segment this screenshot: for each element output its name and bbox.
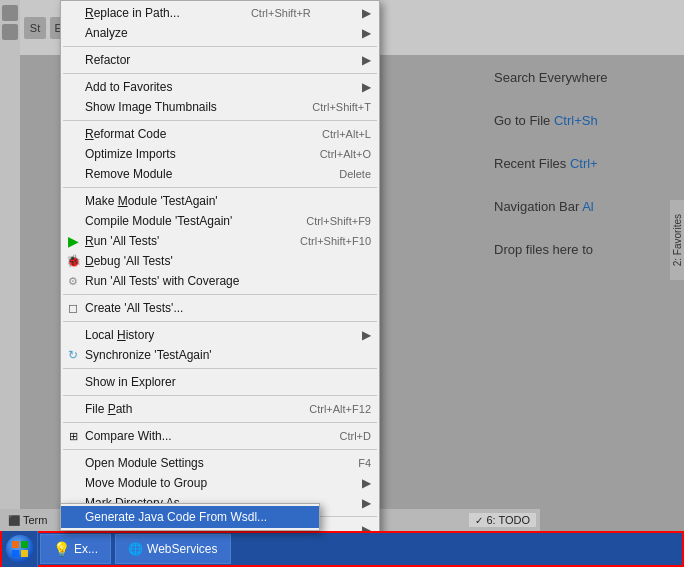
menu-item-create-all-tests[interactable]: ◻ Create 'All Tests'... (61, 298, 379, 318)
terminal-icon: ⬛ (8, 515, 20, 526)
favorites-label: 2: Favorites (672, 214, 683, 266)
menu-item-label: Add to Favorites (85, 80, 172, 94)
menu-item-label: Compile Module 'TestAgain' (85, 214, 232, 228)
menu-item-debug-all-tests[interactable]: 🐞 Debug 'All Tests' (61, 251, 379, 271)
shortcut-run-all-tests: Ctrl+Shift+F10 (280, 235, 371, 247)
arrow-icon: ▶ (362, 328, 371, 342)
windows-orb[interactable] (6, 535, 34, 563)
menu-item-label: Run 'All Tests' (85, 234, 159, 248)
menu-separator (63, 395, 377, 396)
menu-item-local-history[interactable]: Local History ▶ (61, 325, 379, 345)
taskbar-item-ide[interactable]: 💡 Ex... (40, 534, 111, 564)
recent-files-hint: Recent Files Ctrl+ (494, 156, 674, 171)
run-icon: ▶ (65, 233, 81, 249)
menu-item-label: Analyze (85, 26, 128, 40)
menu-separator (63, 368, 377, 369)
shortcut-compare-with: Ctrl+D (320, 430, 371, 442)
menu-item-analyze[interactable]: Analyze ▶ (61, 23, 379, 43)
menu-item-show-in-explorer[interactable]: Show in Explorer (61, 372, 379, 392)
shortcut-optimize-imports: Ctrl+Alt+O (300, 148, 371, 160)
debug-icon: 🐞 (65, 253, 81, 269)
terminal-button[interactable]: ⬛ Term (4, 513, 51, 527)
toolbar-icon-1[interactable]: St (24, 17, 46, 39)
shortcut-open-module-settings: F4 (338, 457, 371, 469)
todo-container: ✓ 6: TODO (469, 513, 536, 527)
menu-item-label: Show Image Thumbnails (85, 100, 217, 114)
taskbar-ws-icon: 🌐 (128, 542, 143, 556)
menu-separator (63, 187, 377, 188)
submenu-item-generate-java[interactable]: Generate Java Code From Wsdl... (61, 506, 319, 528)
menu-item-label: Remove Module (85, 167, 172, 181)
menu-item-refactor[interactable]: Refactor ▶ (61, 50, 379, 70)
menu-item-label: Replace in Path... (85, 6, 180, 20)
taskbar: 💡 Ex... 🌐 WebServices (0, 531, 684, 567)
arrow-icon: ▶ (362, 53, 371, 67)
svg-rect-0 (12, 541, 19, 548)
right-panel: Search Everywhere Go to File Ctrl+Sh Rec… (484, 60, 684, 267)
menu-item-label: Move Module to Group (85, 476, 207, 490)
menu-item-remove-module[interactable]: Remove Module Delete (61, 164, 379, 184)
menu-item-label: Synchronize 'TestAgain' (85, 348, 212, 362)
menu-item-label: Show in Explorer (85, 375, 176, 389)
windows-logo-icon (11, 540, 29, 558)
svg-rect-3 (21, 550, 28, 557)
shortcut-replace-in-path: Ctrl+Shift+R (231, 7, 311, 19)
menu-item-label: Optimize Imports (85, 147, 176, 161)
taskbar-items: 💡 Ex... 🌐 WebServices (38, 533, 682, 565)
menu-item-reformat-code[interactable]: Reformat Code Ctrl+Alt+L (61, 124, 379, 144)
arrow-icon: ▶ (362, 476, 371, 490)
menu-separator (63, 46, 377, 47)
menu-item-compile-module[interactable]: Compile Module 'TestAgain' Ctrl+Shift+F9 (61, 211, 379, 231)
start-button[interactable] (2, 531, 38, 567)
taskbar-ws-label: WebServices (147, 542, 217, 556)
shortcut-file-path: Ctrl+Alt+F12 (289, 403, 371, 415)
menu-item-show-image-thumbnails[interactable]: Show Image Thumbnails Ctrl+Shift+T (61, 97, 379, 117)
menu-item-label: Open Module Settings (85, 456, 204, 470)
taskbar-ide-label: Ex... (74, 542, 98, 556)
menu-item-run-all-tests[interactable]: ▶ Run 'All Tests' Ctrl+Shift+F10 (61, 231, 379, 251)
goto-file-hint: Go to File Ctrl+Sh (494, 113, 674, 128)
menu-item-label: Make Module 'TestAgain' (85, 194, 218, 208)
menu-item-label: Refactor (85, 53, 130, 67)
menu-item-move-module-to-group[interactable]: Move Module to Group ▶ (61, 473, 379, 493)
left-toolbar (0, 0, 20, 567)
favorites-bar[interactable]: 2: Favorites (670, 200, 684, 280)
context-menu: Replace in Path... Ctrl+Shift+R ▶ Analyz… (60, 0, 380, 567)
menu-item-make-module[interactable]: Make Module 'TestAgain' (61, 191, 379, 211)
toolbar-icon-nav[interactable] (2, 24, 18, 40)
menu-item-file-path[interactable]: File Path Ctrl+Alt+F12 (61, 399, 379, 419)
search-everywhere-hint: Search Everywhere (494, 70, 674, 85)
menu-item-label: Compare With... (85, 429, 172, 443)
arrow-icon: ▶ (362, 26, 371, 40)
menu-item-label: Local History (85, 328, 154, 342)
menu-separator (63, 449, 377, 450)
menu-item-optimize-imports[interactable]: Optimize Imports Ctrl+Alt+O (61, 144, 379, 164)
menu-item-replace-in-path[interactable]: Replace in Path... Ctrl+Shift+R ▶ (61, 3, 379, 23)
menu-separator (63, 120, 377, 121)
menu-item-label: Reformat Code (85, 127, 166, 141)
menu-item-run-with-coverage[interactable]: ⚙ Run 'All Tests' with Coverage (61, 271, 379, 291)
menu-separator (63, 422, 377, 423)
todo-icon: ✓ (475, 515, 483, 526)
menu-separator (63, 294, 377, 295)
drop-files-hint: Drop files here to (494, 242, 674, 257)
submenu-item-label: Generate Java Code From Wsdl... (85, 510, 267, 524)
menu-item-label: File Path (85, 402, 132, 416)
taskbar-item-webservices[interactable]: 🌐 WebServices (115, 534, 230, 564)
menu-item-open-module-settings[interactable]: Open Module Settings F4 (61, 453, 379, 473)
menu-item-label: Create 'All Tests'... (85, 301, 183, 315)
menu-item-synchronize[interactable]: ↻ Synchronize 'TestAgain' (61, 345, 379, 365)
todo-button[interactable]: ✓ 6: TODO (469, 513, 536, 527)
todo-label: 6: TODO (486, 514, 530, 526)
toolbar-icon-structure[interactable] (2, 5, 18, 21)
menu-item-add-to-favorites[interactable]: Add to Favorites ▶ (61, 77, 379, 97)
arrow-icon: ▶ (362, 80, 371, 94)
shortcut-reformat-code: Ctrl+Alt+L (302, 128, 371, 140)
menu-item-label: Run 'All Tests' with Coverage (85, 274, 239, 288)
coverage-icon: ⚙ (65, 273, 81, 289)
menu-separator (63, 73, 377, 74)
menu-item-compare-with[interactable]: ⊞ Compare With... Ctrl+D (61, 426, 379, 446)
create-icon: ◻ (65, 300, 81, 316)
menu-separator (63, 321, 377, 322)
menu-item-label: Debug 'All Tests' (85, 254, 173, 268)
